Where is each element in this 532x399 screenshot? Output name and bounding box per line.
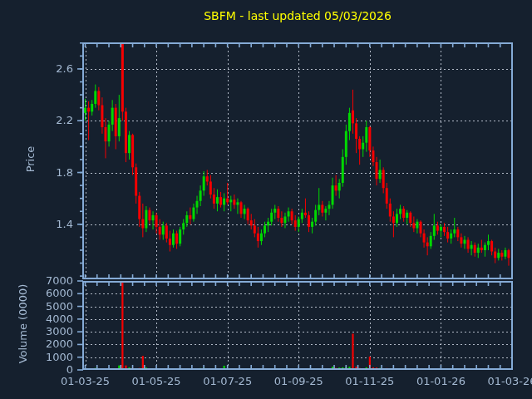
date-tick-label: 01-01-26 bbox=[407, 375, 474, 388]
price-tick-label: 1.4 bbox=[33, 218, 73, 231]
volume-tick-label: 3000 bbox=[33, 325, 73, 338]
volume-tick-label: 2000 bbox=[33, 337, 73, 351]
candlestick-volume-chart bbox=[0, 0, 532, 399]
volume-tick-label: 1000 bbox=[33, 351, 73, 364]
volume-tick-label: 5000 bbox=[33, 300, 73, 313]
volume-axis-label: Volume (0000) bbox=[17, 278, 29, 370]
volume-tick-label: 7000 bbox=[33, 274, 73, 288]
chart-window: SBFM - last updated 05/03/2026 Price Vol… bbox=[0, 0, 532, 399]
date-tick-label: 01-03-26 bbox=[479, 375, 532, 388]
date-tick-label: 01-09-25 bbox=[265, 375, 332, 388]
price-tick-label: 1.8 bbox=[33, 166, 73, 180]
date-tick-label: 01-03-25 bbox=[52, 375, 119, 388]
price-tick-label: 2.6 bbox=[33, 62, 73, 76]
chart-title: SBFM - last updated 05/03/2026 bbox=[82, 9, 513, 22]
volume-tick-label: 4000 bbox=[33, 313, 73, 326]
price-tick-label: 2.2 bbox=[33, 114, 73, 127]
date-tick-label: 01-11-25 bbox=[337, 375, 403, 388]
date-tick-label: 01-07-25 bbox=[195, 375, 261, 388]
date-tick-label: 01-05-25 bbox=[123, 375, 190, 388]
volume-tick-label: 6000 bbox=[33, 287, 73, 300]
